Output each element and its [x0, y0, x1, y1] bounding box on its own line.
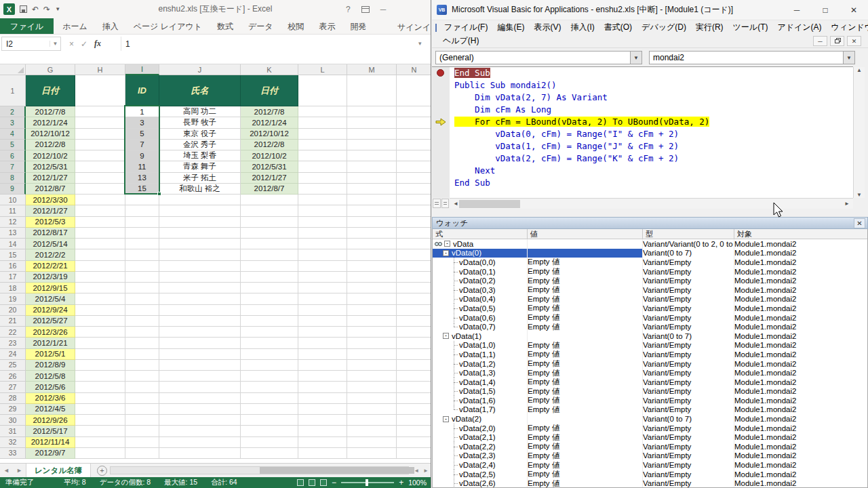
watch-titlebar[interactable]: ウォッチ ✕ [432, 217, 868, 229]
cell-M33[interactable] [347, 448, 397, 459]
cell-I22[interactable] [125, 327, 159, 338]
cell-J12[interactable] [159, 217, 241, 228]
cell-L11[interactable] [298, 205, 347, 216]
cell-L5[interactable] [298, 140, 347, 150]
code-empty-area[interactable] [432, 189, 853, 198]
cell-L18[interactable] [298, 283, 347, 293]
ribbon-display-options-icon[interactable] [361, 6, 370, 13]
margin-indicator-bar[interactable] [432, 79, 450, 92]
ribbon-tab-file[interactable]: ファイル [0, 18, 54, 34]
cell-J2[interactable]: 高岡 功二 [159, 106, 241, 117]
cell-I20[interactable] [125, 305, 159, 316]
cell-N23[interactable] [397, 338, 431, 348]
combo-dropdown-icon[interactable]: ▼ [630, 52, 642, 64]
cell-G11[interactable]: 2012/1/27 [26, 205, 75, 216]
cell-H17[interactable] [75, 272, 125, 283]
cell-H4[interactable] [75, 129, 125, 140]
cell-I10[interactable] [125, 195, 159, 205]
row-header-16[interactable]: 16 [0, 261, 26, 272]
cell-J10[interactable] [159, 195, 241, 205]
cell-M1[interactable] [347, 75, 397, 106]
cell-K17[interactable] [241, 272, 298, 283]
excel-logo-icon[interactable]: X [3, 3, 15, 15]
cell-M13[interactable] [347, 228, 397, 239]
formula-input[interactable]: 1 [121, 37, 416, 51]
cell-J7[interactable]: 青森 舞子 [159, 161, 241, 172]
cell-L12[interactable] [298, 217, 347, 228]
row-header-30[interactable]: 30 [0, 415, 26, 426]
cell-H32[interactable] [75, 437, 125, 448]
menu-view[interactable]: 表示(V) [529, 20, 566, 35]
cell-K2[interactable]: 2012/7/8 [241, 106, 298, 117]
page-layout-view-icon[interactable] [309, 479, 315, 486]
cell-K3[interactable]: 2012/1/24 [241, 117, 298, 128]
add-sheet-button[interactable]: + [97, 466, 107, 476]
row-header-12[interactable]: 12 [0, 217, 26, 228]
watch-row-vData-0-5[interactable]: vData(0,5)Empty 値Variant/EmptyModule1.mo… [433, 304, 867, 313]
cell-G18[interactable]: 2012/9/15 [26, 283, 75, 293]
cell-N27[interactable] [397, 382, 431, 392]
cell-I13[interactable] [125, 228, 159, 239]
cell-M32[interactable] [347, 437, 397, 448]
row-header-3[interactable]: 3 [0, 117, 26, 128]
watch-row-vData-2-3[interactable]: vData(2,3)Empty 値Variant/EmptyModule1.mo… [433, 451, 867, 461]
cell-M22[interactable] [347, 327, 397, 338]
row-header-8[interactable]: 8 [0, 173, 26, 184]
collapse-box-icon[interactable]: - [443, 416, 449, 422]
cell-J20[interactable] [159, 305, 241, 316]
cell-N9[interactable] [397, 184, 431, 195]
cell-I8[interactable]: 13 [125, 173, 159, 184]
mdi-close-button[interactable]: ✕ [847, 36, 861, 46]
cell-G22[interactable]: 2012/3/26 [26, 327, 75, 338]
cell-K20[interactable] [241, 305, 298, 316]
cell-K33[interactable] [241, 448, 298, 459]
watch-row-vData[interactable]: -vDataVariant/Variant(0 to 2, 0 to 7)Mod… [433, 239, 867, 249]
help-icon[interactable]: ? [346, 5, 351, 14]
cell-I21[interactable] [125, 316, 159, 327]
code-line-10[interactable]: End Sub [432, 177, 853, 189]
cell-K29[interactable] [241, 404, 298, 415]
cell-G1[interactable]: 日付 [26, 75, 75, 106]
cell-M3[interactable] [347, 117, 397, 128]
cell-H29[interactable] [75, 404, 125, 415]
row-header-18[interactable]: 18 [0, 283, 26, 293]
column-header-K[interactable]: K [241, 64, 298, 75]
column-header-J[interactable]: J [159, 64, 241, 75]
row-header-21[interactable]: 21 [0, 316, 26, 327]
code-line-8[interactable]: vData(2, cFm) = Range("K" & cFm + 2) [432, 152, 853, 165]
cell-K8[interactable]: 2012/1/27 [241, 173, 298, 184]
cell-J4[interactable]: 東京 役子 [159, 129, 241, 140]
cell-H19[interactable] [75, 293, 125, 304]
select-all-corner[interactable] [0, 64, 26, 75]
menu-run[interactable]: 実行(R) [691, 20, 728, 35]
cell-L19[interactable] [298, 293, 347, 304]
margin-indicator-bar[interactable] [432, 104, 450, 116]
cell-J19[interactable] [159, 293, 241, 304]
cell-J16[interactable] [159, 261, 241, 272]
code-line-5[interactable]: For cFm = LBound(vData, 2) To UBound(vDa… [432, 116, 853, 128]
cell-N21[interactable] [397, 316, 431, 327]
cell-L4[interactable] [298, 129, 347, 140]
row-header-19[interactable]: 19 [0, 293, 26, 304]
cell-I18[interactable] [125, 283, 159, 293]
cell-L7[interactable] [298, 161, 347, 172]
cell-H22[interactable] [75, 327, 125, 338]
menu-format[interactable]: 書式(O) [599, 20, 637, 35]
watch-close-icon[interactable]: ✕ [854, 218, 865, 228]
horizontal-scrollbar[interactable] [110, 466, 409, 474]
combo-dropdown-icon[interactable]: ▼ [843, 52, 854, 64]
column-header-M[interactable]: M [347, 64, 397, 75]
cell-I1[interactable]: ID [125, 75, 159, 106]
watch-row-vData-0[interactable]: -vData(0)Variant(0 to 7)Module1.mondai2 [433, 249, 867, 258]
cell-K13[interactable] [241, 228, 298, 239]
formula-bar-expand-icon[interactable]: ▾ [418, 40, 422, 47]
menu-help[interactable]: ヘルプ(H) [438, 34, 484, 48]
cell-J3[interactable]: 長野 牧子 [159, 117, 241, 128]
cell-N14[interactable] [397, 239, 431, 249]
cell-J21[interactable] [159, 316, 241, 327]
cell-N22[interactable] [397, 327, 431, 338]
cell-I26[interactable] [125, 371, 159, 382]
cell-G17[interactable]: 2012/3/19 [26, 272, 75, 283]
cell-I23[interactable] [125, 338, 159, 348]
cell-H31[interactable] [75, 426, 125, 436]
